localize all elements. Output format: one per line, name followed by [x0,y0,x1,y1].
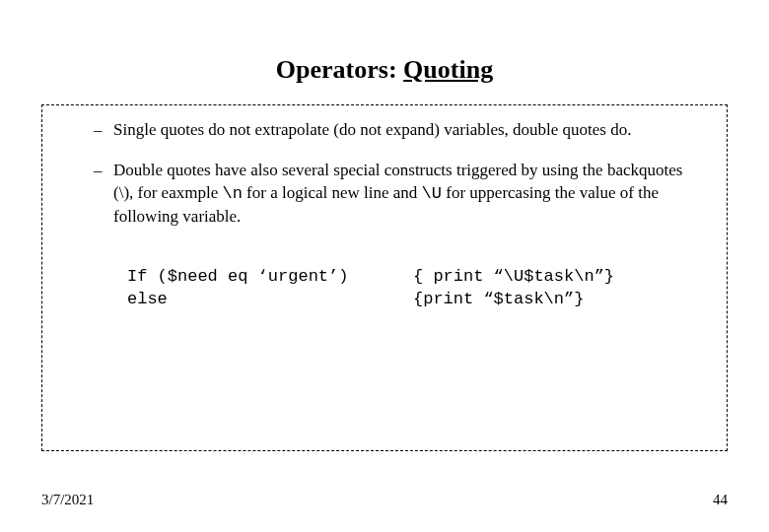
title-underlined: Quoting [403,55,493,84]
code-column-right: { print “\U$task\n”} {print “$task\n”} [413,266,703,311]
code-line: If ($need eq ‘urgent’) [127,266,413,289]
bullet-item: – Single quotes do not extrapolate (do n… [94,119,703,142]
footer-date: 3/7/2021 [41,492,94,508]
bullet-text-part: for a logical new line and [243,183,422,202]
code-column-left: If ($need eq ‘urgent’) else [127,266,413,311]
bullet-dash: – [94,119,113,142]
bullet-item: – Double quotes have also several specia… [94,160,703,229]
inline-code: \n [222,184,242,203]
code-line: else [127,289,413,311]
bullet-text: Double quotes have also several special … [113,160,703,229]
code-line: { print “\U$task\n”} [413,266,703,289]
bullet-text: Single quotes do not extrapolate (do not… [113,119,703,142]
bullet-dash: – [94,160,113,229]
content-box: – Single quotes do not extrapolate (do n… [41,104,728,451]
code-line: {print “$task\n”} [413,289,703,311]
slide-title: Operators: Quoting [0,0,769,85]
title-main: Operators: [276,55,403,84]
inline-code: \U [422,184,442,203]
footer-page: 44 [713,492,728,508]
code-block: If ($need eq ‘urgent’) else { print “\U$… [127,266,703,311]
slide: Operators: Quoting – Single quotes do no… [0,0,769,532]
footer: 3/7/2021 44 [41,492,728,508]
